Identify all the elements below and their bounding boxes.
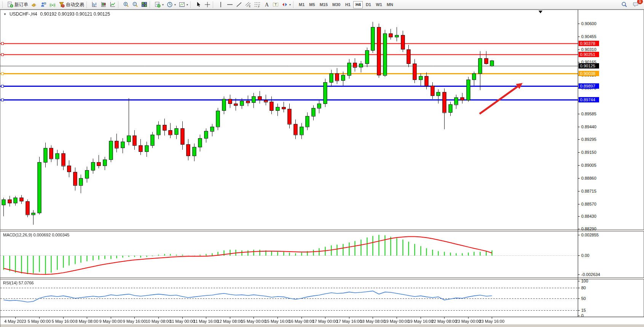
chart-shift-marker[interactable] [539,11,542,13]
time-axis-tick [63,317,64,319]
svg-text:A: A [265,2,269,8]
rsi-pane-canvas[interactable] [0,279,578,317]
time-axis-tick [158,317,159,319]
channel-icon: E [245,2,251,8]
new-order-icon [7,2,13,8]
cursor-icon [195,2,201,8]
arrows-icon [282,2,288,8]
rsi-axis-label: 100 [581,279,588,283]
toolbar-periods-clock-button[interactable]: ▾ [165,0,177,9]
timeframe-MN-button[interactable]: MN [385,1,395,8]
toolbar-channel-button[interactable]: E [244,0,253,9]
vertical-line-icon [218,2,224,8]
toolbar-auto-trading-button[interactable]: 自动交易 [57,0,86,9]
chart-window: ▼ USDCHF-,H4 0.90192 0.90193 0.90121 0.9… [0,10,644,327]
toolbar-bar-chart-button[interactable] [90,0,99,9]
chevron-down-icon[interactable]: ▾ [289,3,291,6]
time-axis-tick [277,317,278,319]
timeframe-M5-button[interactable]: M5 [307,1,317,8]
price-axis-label: 0.90455 [581,34,596,39]
symbol-period-label: USDCHF-,H4 [10,11,37,17]
toolbar-search-button[interactable] [620,0,629,9]
price-axis-tick [578,127,580,127]
time-axis-tick [253,317,254,319]
timeframe-D1-button[interactable]: D1 [363,1,373,8]
toolbar-trend-line-button[interactable] [234,0,244,9]
toolbar-arrows-button[interactable]: ▾ [280,0,292,9]
toolbar-cursor-button[interactable] [194,0,203,9]
toolbar-crosshair-button[interactable] [203,0,212,9]
time-axis-label: 9 May 00:00 [99,319,123,324]
toolbar-tile-windows-button[interactable] [140,0,149,9]
line-chart-icon [110,2,116,8]
price-line-badge: 0.90251 [579,52,599,57]
chart-title: ▼ USDCHF-,H4 0.90192 0.90193 0.90121 0.9… [3,11,110,17]
timeframe-H4-button[interactable]: H4 [353,1,363,8]
time-axis-label: 11 May 16:00 [193,319,218,324]
price-line-badge: 0.90038 [579,71,599,76]
toolbar-line-chart-button[interactable] [108,0,117,9]
toolbar-horizontal-line-button[interactable] [225,0,234,9]
toolbar-candle-chart-button[interactable] [99,0,108,9]
price-axis-tick [578,204,580,204]
toolbar-zoom-out-button[interactable] [131,0,140,9]
symbol-dropdown-caret[interactable]: ▼ [3,13,6,16]
auto-trading-icon [59,2,65,8]
fibonacci-icon: F [254,2,260,8]
timeframe-H1-button[interactable]: H1 [343,1,352,8]
chevron-down-icon[interactable]: ▾ [187,3,188,6]
price-chart-canvas[interactable] [0,10,578,230]
macd-pane-canvas[interactable] [0,231,578,278]
chevron-down-icon[interactable]: ▾ [174,3,176,6]
price-axis-label: 0.89295 [581,137,596,142]
price-line-badge: 0.89744 [579,97,599,102]
time-axis-label: 5 May 00:00 [28,319,51,324]
rsi-axis-tick [578,281,580,281]
toolbar-megaphone-button[interactable] [30,0,39,9]
price-axis-tick [578,229,580,229]
toolbar-group-grip [118,2,120,8]
price-axis-label: 0.88570 [581,202,596,206]
time-axis-label: 17 May 16:00 [336,319,362,324]
ohlc-values: 0.90192 0.90193 0.90121 0.90125 [40,11,110,17]
toolbar-group-grip [86,2,88,8]
time-axis-label: 18 May 08:00 [360,319,386,324]
price-axis-tick [578,216,580,217]
price-axis-label: 0.89150 [581,150,596,155]
toolbar-text-label-button[interactable]: T [271,0,280,9]
time-axis[interactable]: 4 May 20235 May 00:005 May 16:008 May 08… [0,317,644,324]
time-axis-label: 8 May 08:00 [75,319,99,324]
toolbar-new-chart-button[interactable]: ▾ [153,0,165,9]
timeframe-M15-button[interactable]: M15 [318,1,330,8]
price-line-badge: 0.89897 [579,83,599,89]
timeframe-M1-button[interactable]: M1 [297,1,306,8]
toolbar-text-button[interactable]: A [262,0,271,9]
toolbar-vertical-line-button[interactable] [216,0,225,9]
price-line-badge: 0.90125 [579,63,599,69]
toolbar-signals-button[interactable] [48,0,57,9]
trend-line-icon [236,2,242,8]
rsi-axis-label: 15 [581,308,586,313]
toolbar-zoom-in-button[interactable] [121,0,131,9]
rsi-axis-label: 50 [581,296,586,301]
toolbar-template-chart-button[interactable]: ▾ [177,0,190,9]
time-axis-label: 23 May 16:00 [479,319,505,324]
price-axis-tick [578,24,580,24]
price-axis-tick [578,114,580,114]
macd-axis-tick [578,255,580,256]
time-axis-label: 9 May 16:00 [123,319,146,324]
chevron-down-icon[interactable]: ▾ [162,3,164,6]
toolbar-community-button[interactable] [39,0,48,9]
megaphone-icon [31,2,37,8]
price-axis-label: 0.88430 [581,214,596,219]
price-axis-label: 0.89440 [581,124,596,129]
time-axis-tick [206,317,206,319]
toolbar-button-label: 新订单 [14,2,28,8]
toolbar-fibonacci-button[interactable]: F [253,0,262,9]
macd-axis-tick [578,274,580,275]
timeframe-W1-button[interactable]: W1 [374,1,384,8]
timeframe-M30-button[interactable]: M30 [330,1,342,8]
time-axis-label: 15 May 00:00 [241,319,266,324]
toolbar-new-order-button[interactable]: 新订单 [6,0,30,9]
svg-text:F: F [258,5,260,8]
